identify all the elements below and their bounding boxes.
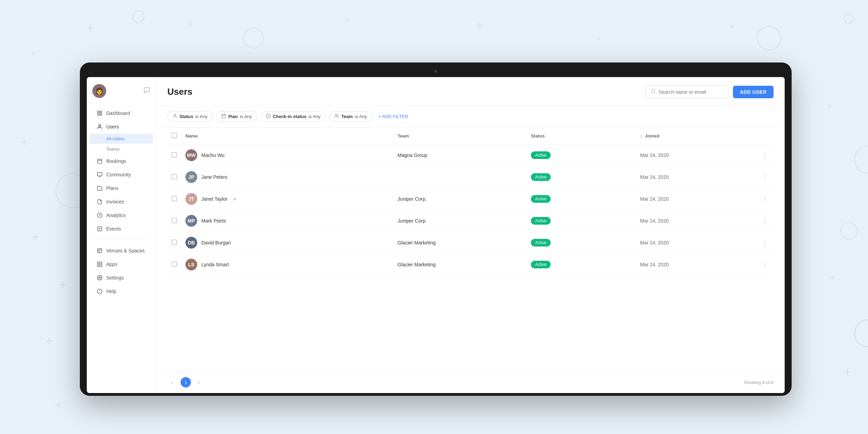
checkin-filter-chip[interactable]: Check-in status is Any: [261, 111, 326, 122]
teams-label: Teams: [106, 147, 119, 152]
laptop-frame: 👩: [80, 62, 792, 396]
table-row: JT Janet Taylor ✓ Juniper Corp. Active M…: [167, 188, 774, 210]
filter-bar: Status is Any Plan is Any: [156, 106, 785, 128]
laptop-screen: 👩: [87, 77, 785, 393]
user-status: Active: [527, 210, 636, 232]
all-users-label: All Users: [106, 136, 124, 141]
user-name: Mark Peets: [201, 218, 226, 224]
svg-rect-30: [222, 114, 226, 118]
team-filter-chip[interactable]: Team is Any: [329, 111, 372, 122]
add-filter-label: + ADD FILTER: [378, 114, 408, 119]
svg-rect-21: [97, 265, 99, 266]
sidebar-item-users[interactable]: Users: [90, 120, 153, 133]
table-row: MW Machu Wu Magna Group Active Mar 24, 2…: [167, 144, 774, 166]
grid-icon: [97, 110, 103, 116]
svg-rect-20: [100, 262, 102, 264]
user-avatar: JT: [185, 193, 197, 205]
team-filter-key: Team: [341, 114, 353, 119]
user-cell: DB David Burgan: [185, 237, 389, 249]
verified-badge: ✓: [233, 196, 237, 202]
sidebar-item-community[interactable]: Community: [90, 168, 153, 181]
svg-rect-3: [100, 114, 102, 115]
avatar[interactable]: 👩: [92, 84, 106, 98]
user-name: David Burgan: [201, 240, 231, 245]
select-all-checkbox[interactable]: [172, 133, 177, 138]
table-row: DB David Burgan Glacier Marketing Active…: [167, 232, 774, 254]
sidebar-item-all-users[interactable]: All Users: [90, 134, 153, 144]
user-joined: Mar 24, 2020: [636, 210, 757, 232]
row-checkbox-3[interactable]: [172, 218, 177, 223]
user-team: [393, 166, 527, 188]
main-content: Users ADD USER: [156, 77, 785, 393]
row-menu-button[interactable]: ⋮: [761, 261, 769, 268]
status-badge: Active: [531, 239, 551, 247]
user-name: Jane Peters: [201, 174, 227, 180]
row-menu-button[interactable]: ⋮: [761, 151, 769, 159]
sidebar-label-help: Help: [106, 289, 116, 294]
status-badge: Active: [531, 261, 551, 268]
user-team: Glacier Marketing: [393, 254, 527, 276]
sidebar-item-apps[interactable]: Apps: [90, 258, 153, 271]
sidebar-item-invoices[interactable]: Invoices: [90, 195, 153, 208]
sidebar: 👩: [87, 77, 156, 393]
user-icon: [97, 124, 103, 130]
search-box[interactable]: [645, 85, 729, 98]
row-checkbox-4[interactable]: [172, 240, 177, 245]
sidebar-item-help[interactable]: Help: [90, 285, 153, 298]
sidebar-label-apps: Apps: [106, 261, 117, 267]
sidebar-label-dashboard: Dashboard: [106, 110, 130, 116]
user-cell: JT Janet Taylor ✓: [185, 193, 389, 205]
user-name: Machu Wu: [201, 152, 225, 158]
sidebar-divider: [92, 240, 150, 240]
status-filter-chip[interactable]: Status is Any: [167, 111, 212, 122]
user-cell: MW Machu Wu: [185, 149, 389, 161]
row-checkbox-1[interactable]: [172, 174, 177, 180]
svg-point-23: [99, 277, 100, 278]
row-menu-button[interactable]: ⋮: [761, 239, 769, 247]
plan-filter-key: Plan: [228, 114, 237, 119]
user-joined: Mar 24, 2020: [636, 166, 757, 188]
user-cell: LS Lynda Smart: [185, 259, 389, 270]
search-input[interactable]: [659, 89, 724, 95]
add-filter-button[interactable]: + ADD FILTER: [376, 112, 411, 121]
prev-page-button[interactable]: ‹: [167, 377, 178, 387]
sidebar-item-dashboard[interactable]: Dashboard: [90, 107, 153, 120]
sidebar-item-events[interactable]: Events: [90, 222, 153, 235]
chat-icon[interactable]: [143, 87, 150, 95]
user-status: Active: [527, 188, 636, 210]
user-avatar: LS: [185, 259, 197, 270]
sidebar-item-bookings[interactable]: Bookings: [90, 155, 153, 168]
table-row: LS Lynda Smart Glacier Marketing Active …: [167, 254, 774, 276]
svg-point-29: [174, 114, 176, 116]
sidebar-item-settings[interactable]: Settings: [90, 271, 153, 284]
svg-rect-19: [97, 262, 99, 264]
user-name: Janet Taylor: [201, 196, 227, 202]
sidebar-item-venues[interactable]: Venues & Spaces: [90, 244, 153, 257]
sidebar-item-teams[interactable]: Teams: [90, 144, 153, 154]
row-menu-button[interactable]: ⋮: [761, 195, 769, 203]
row-menu-button[interactable]: ⋮: [761, 173, 769, 181]
user-status: Active: [527, 254, 636, 276]
page-1-button[interactable]: 1: [181, 377, 191, 387]
sort-icon[interactable]: ↓: [640, 133, 642, 139]
row-checkbox-5[interactable]: [172, 261, 177, 267]
add-user-button[interactable]: ADD USER: [733, 86, 774, 98]
sidebar-item-plans[interactable]: Plans: [90, 182, 153, 195]
row-menu-button[interactable]: ⋮: [761, 217, 769, 225]
user-name: Lynda Smart: [201, 262, 229, 267]
row-checkbox-0[interactable]: [172, 152, 177, 158]
user-avatar: DB: [185, 237, 197, 249]
next-page-button[interactable]: ›: [194, 377, 204, 387]
status-badge: Active: [531, 173, 551, 181]
sidebar-label-events: Events: [106, 226, 121, 232]
gear-icon: [97, 275, 103, 281]
status-badge: Active: [531, 195, 551, 203]
clock-icon: [97, 212, 103, 218]
plan-filter-chip[interactable]: Plan is Any: [216, 111, 257, 122]
showing-text: Showing 6 of 6: [744, 380, 774, 385]
row-checkbox-2[interactable]: [172, 196, 177, 201]
user-team: Juniper Corp.: [393, 188, 527, 210]
sidebar-label-plans: Plans: [106, 185, 118, 191]
sidebar-item-analytics[interactable]: Analytics: [90, 209, 153, 222]
col-header-joined: Joined: [645, 133, 660, 139]
